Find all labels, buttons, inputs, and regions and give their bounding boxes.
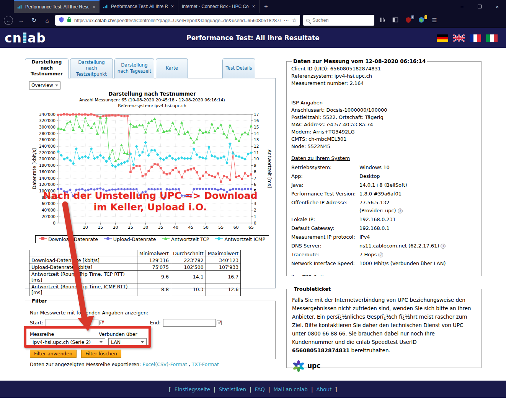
info-icon[interactable]: i xyxy=(398,208,403,213)
footer-link-about[interactable]: About xyxy=(316,386,331,392)
footer-link-mail[interactable]: Mail an cnlab xyxy=(273,386,307,392)
svg-text:300'000: 300'000 xyxy=(39,125,55,129)
flag-english-icon[interactable] xyxy=(453,34,465,42)
end-date-input[interactable] xyxy=(163,319,216,327)
legend-download: Download-Datenrate xyxy=(39,236,98,242)
back-button[interactable]: ← xyxy=(4,16,13,25)
export-csv-link[interactable]: Excel(CSV)-Format xyxy=(142,361,187,367)
sidebar-icon[interactable] xyxy=(390,17,400,24)
chart-subtitle: Anzahl Messungen: 65 (10-08-2020 20:45:1… xyxy=(29,98,275,103)
browser-tab-bar: Performance Test: All Ihre Resul × Perfo… xyxy=(0,0,506,13)
referenzsystem: Referenzsystem: ipv4-hsi.upc.ch xyxy=(291,72,477,80)
tcp-section-title: Ihre TCP Optionen: xyxy=(291,273,477,276)
bookmark-star-icon[interactable]: ☆ xyxy=(292,17,297,23)
maximize-icon xyxy=(478,5,482,8)
calendar-icon[interactable] xyxy=(99,321,104,325)
chart-subtitle2: Referenzsystem: ipv4-hsi.upc.ch xyxy=(29,103,275,108)
library-icon[interactable] xyxy=(377,17,387,24)
search-icon xyxy=(306,19,310,22)
measurement-panel: Daten zur Messung vom 12-08-2020 06:16:1… xyxy=(286,58,482,276)
url-bar[interactable]: https://ux.cnlab.ch/speedtest/Controller… xyxy=(55,15,300,26)
browser-tab-3[interactable]: Internet - Connect Box - UPC Com × xyxy=(178,0,260,13)
language-flags xyxy=(437,34,498,42)
svg-text:50: 50 xyxy=(203,225,209,230)
vpn-globe-icon[interactable]: ! xyxy=(416,17,426,24)
end-label: End: xyxy=(150,320,161,326)
tab-test-details[interactable]: Test Details xyxy=(222,58,255,78)
system-row: Network Interface Speed:1000 Mbit/s (Ver… xyxy=(291,260,477,267)
svg-text:280'000: 280'000 xyxy=(39,131,55,135)
close-button[interactable]: × xyxy=(488,0,506,13)
page-actions-icon[interactable]: ⋯ xyxy=(284,18,289,23)
troubleticket-legend: Troubleticket xyxy=(293,286,332,292)
chart-title: Darstellung nach Testnummer xyxy=(29,91,275,97)
tab-darstellung-tageszeit[interactable]: Darstellung nach Tageszeit xyxy=(114,58,154,78)
svg-text:2: 2 xyxy=(254,208,256,212)
svg-text:65: 65 xyxy=(248,225,254,230)
footer-link-faq[interactable]: FAQ xyxy=(255,386,265,392)
tab-close-icon[interactable]: × xyxy=(251,4,256,9)
user-id: 6560805182874831 xyxy=(292,347,349,353)
calendar-icon[interactable] xyxy=(217,321,222,325)
tracking-shield-icon[interactable] xyxy=(59,17,64,24)
filter-apply-button[interactable]: Filter anwenden xyxy=(30,350,77,358)
svg-text:1: 1 xyxy=(254,214,256,219)
svg-text:5: 5 xyxy=(254,189,256,193)
https-lock-icon[interactable] xyxy=(67,17,72,24)
tab-darstellung-testzeitpunkt[interactable]: Darstellung nach Testzeitpunkt xyxy=(70,58,113,78)
alert-badge: ! xyxy=(424,15,427,19)
tab-close-icon[interactable]: × xyxy=(92,4,96,10)
isp-line: Node: 5522N45 xyxy=(291,143,477,150)
svg-text:180'000: 180'000 xyxy=(39,163,55,168)
flag-italian-icon[interactable] xyxy=(486,34,498,42)
browser-tab-2[interactable]: Performance Test: All Ihre Resul × xyxy=(100,0,178,13)
svg-text:260'000: 260'000 xyxy=(39,137,55,142)
footer-link-einstiegsseite[interactable]: Einstiegsseite xyxy=(175,386,211,392)
browser-tab-1[interactable]: Performance Test: All Ihre Resul × xyxy=(14,0,100,13)
client-id: Client ID (UID): 6560805182874831 xyxy=(291,65,477,72)
flag-german-icon[interactable] xyxy=(437,34,448,42)
ublock-icon[interactable]: 2 xyxy=(403,17,413,24)
search-placeholder: Suchen xyxy=(312,18,328,23)
forward-button[interactable]: → xyxy=(16,17,26,24)
start-date-input[interactable] xyxy=(46,319,98,327)
system-row: Default Gateway:192.168.0.1 xyxy=(291,225,477,231)
reload-button[interactable]: ↻ xyxy=(29,17,39,24)
minimize-button[interactable]: – xyxy=(453,0,471,13)
cnlab-favicon-icon xyxy=(17,4,23,10)
filter-clear-button[interactable]: Filter löschen xyxy=(81,350,121,358)
new-tab-button[interactable]: + xyxy=(260,0,273,13)
flag-french-icon[interactable] xyxy=(470,34,481,42)
messreihe-select[interactable]: ipv4-hsi.upc.ch (Serie 2) xyxy=(30,338,105,347)
isp-line: Modem: Arris+TG3492LG xyxy=(291,128,477,135)
tab-darstellung-testnummer[interactable]: Darstellung nach Testnummer xyxy=(25,58,69,78)
measurement-number: Measurement number: 2.164 xyxy=(291,80,477,87)
tab-karte[interactable]: Karte xyxy=(156,58,188,78)
svg-text:10: 10 xyxy=(254,156,259,161)
footer-link-statistiken[interactable]: Statistiken xyxy=(219,386,246,392)
svg-text:10: 10 xyxy=(83,225,88,230)
svg-text:Antwortzeit [ms]: Antwortzeit [ms] xyxy=(267,150,272,188)
url-text: https://ux.cnlab.ch/speedtest/Controller… xyxy=(74,17,281,24)
legend-tcp: Antwortzeit TCP xyxy=(162,236,209,242)
chart-panel: Overview Darstellung nach Testnummer Anz… xyxy=(25,78,276,288)
chevron-down-icon xyxy=(100,341,103,343)
search-input[interactable]: Suchen xyxy=(303,15,374,26)
svg-text:Datenrate [kbit/s]: Datenrate [kbit/s] xyxy=(32,148,37,189)
menu-icon[interactable]: ☰ xyxy=(429,17,439,24)
svg-text:160'000: 160'000 xyxy=(39,169,55,174)
chevron-down-icon xyxy=(141,341,144,343)
tab-close-icon[interactable]: × xyxy=(170,4,175,9)
diamond-marker-icon xyxy=(215,236,223,242)
messreihe-label: Messreihe xyxy=(30,331,54,337)
isp-line: CMTS: ch-mbcMEL301 xyxy=(291,135,477,143)
verbunden-select[interactable]: LAN xyxy=(108,338,147,347)
home-button[interactable]: ⌂ xyxy=(42,17,52,24)
svg-text:40: 40 xyxy=(173,225,178,230)
info-icon[interactable]: i xyxy=(378,252,383,257)
maximize-button[interactable] xyxy=(471,0,488,13)
info-icon[interactable]: i xyxy=(441,244,446,249)
overview-select[interactable]: Overview xyxy=(29,81,60,90)
export-txt-link[interactable]: TXT-Format xyxy=(192,361,219,367)
svg-text:80'000: 80'000 xyxy=(42,195,55,199)
